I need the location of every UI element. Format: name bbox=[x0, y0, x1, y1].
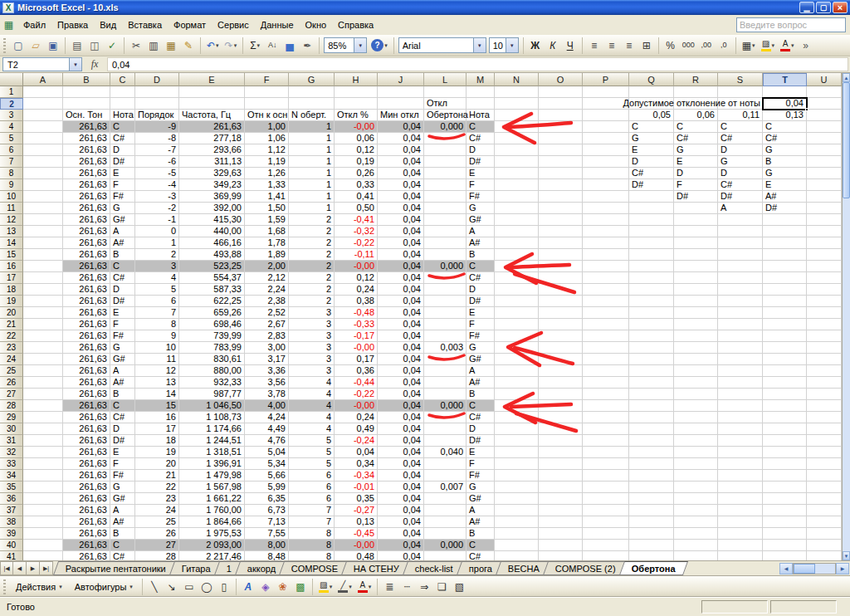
cell-M40[interactable]: C bbox=[467, 540, 495, 551]
cell-S38[interactable] bbox=[718, 516, 763, 528]
cell-O30[interactable] bbox=[539, 423, 583, 435]
cell-N25[interactable] bbox=[495, 365, 539, 377]
cell-C18[interactable]: D bbox=[110, 284, 135, 296]
cell-U21[interactable] bbox=[807, 319, 842, 330]
cell-D25[interactable]: 12 bbox=[135, 365, 179, 377]
cell-E7[interactable]: 311,13 bbox=[179, 156, 245, 168]
cell-J2[interactable] bbox=[378, 98, 424, 110]
cell-L38[interactable] bbox=[424, 516, 467, 528]
cell-F38[interactable]: 7,13 bbox=[245, 516, 289, 528]
cell-R38[interactable] bbox=[674, 516, 718, 528]
cell-R1[interactable] bbox=[674, 86, 718, 98]
cell-R25[interactable] bbox=[674, 365, 718, 377]
cell-G2[interactable] bbox=[289, 98, 335, 110]
cell-N7[interactable] bbox=[495, 156, 539, 168]
cell-M29[interactable]: C# bbox=[467, 412, 495, 423]
cell-U26[interactable] bbox=[807, 377, 842, 389]
bold-button[interactable]: Ж bbox=[527, 37, 544, 54]
cell-F35[interactable]: 5,99 bbox=[245, 482, 289, 493]
cell-T9[interactable]: E bbox=[763, 179, 807, 191]
cell-N32[interactable] bbox=[495, 447, 539, 458]
cell-H27[interactable]: -0,22 bbox=[335, 389, 378, 400]
cell-G13[interactable]: 2 bbox=[289, 226, 335, 237]
cell-H6[interactable]: 0,12 bbox=[335, 144, 378, 156]
cell-M28[interactable]: C bbox=[467, 400, 495, 412]
cell-E8[interactable]: 329,63 bbox=[179, 168, 245, 179]
cell-Q27[interactable] bbox=[629, 389, 674, 400]
cell-U31[interactable] bbox=[807, 435, 842, 447]
cell-A7[interactable] bbox=[23, 156, 63, 168]
cell-U12[interactable] bbox=[807, 214, 842, 226]
cell-B39[interactable]: 261,63 bbox=[63, 528, 110, 540]
row-header-3[interactable]: 3 bbox=[0, 110, 23, 121]
cell-L21[interactable] bbox=[424, 319, 467, 330]
cell-M32[interactable]: E bbox=[467, 447, 495, 458]
cell-T38[interactable] bbox=[763, 516, 807, 528]
column-header-N[interactable]: N bbox=[495, 73, 539, 86]
cell-S12[interactable] bbox=[718, 214, 763, 226]
cell-J17[interactable]: 0,04 bbox=[378, 272, 424, 284]
cell-F37[interactable]: 6,73 bbox=[245, 505, 289, 516]
cell-D5[interactable]: -8 bbox=[135, 133, 179, 144]
column-header-C[interactable]: C bbox=[110, 73, 135, 86]
cell-B10[interactable]: 261,63 bbox=[63, 191, 110, 203]
print-icon[interactable]: ▤ bbox=[69, 37, 85, 54]
cell-T21[interactable] bbox=[763, 319, 807, 330]
decrease-decimal-icon[interactable]: ,0 bbox=[716, 37, 732, 54]
cell-M10[interactable]: F# bbox=[467, 191, 495, 203]
cell-Q23[interactable] bbox=[629, 342, 674, 354]
cell-R30[interactable] bbox=[674, 423, 718, 435]
cell-H29[interactable]: 0,24 bbox=[335, 412, 378, 423]
cell-S37[interactable] bbox=[718, 505, 763, 516]
cell-D24[interactable]: 11 bbox=[135, 354, 179, 365]
cell-O28[interactable] bbox=[539, 400, 583, 412]
row-header-33[interactable]: 33 bbox=[0, 458, 23, 470]
cell-G4[interactable]: 1 bbox=[289, 121, 335, 133]
row-header-22[interactable]: 22 bbox=[0, 330, 23, 342]
cell-C28[interactable]: C bbox=[110, 400, 135, 412]
cell-R8[interactable]: D bbox=[674, 168, 718, 179]
cell-B24[interactable]: 261,63 bbox=[63, 354, 110, 365]
cell-O13[interactable] bbox=[539, 226, 583, 237]
cell-N35[interactable] bbox=[495, 482, 539, 493]
cell-L24[interactable] bbox=[424, 354, 467, 365]
cell-G33[interactable]: 5 bbox=[289, 458, 335, 470]
cell-F28[interactable]: 4,00 bbox=[245, 400, 289, 412]
cell-U33[interactable] bbox=[807, 458, 842, 470]
cell-O21[interactable] bbox=[539, 319, 583, 330]
cell-M8[interactable]: E bbox=[467, 168, 495, 179]
cell-S32[interactable] bbox=[718, 447, 763, 458]
cell-E13[interactable]: 440,00 bbox=[179, 226, 245, 237]
cell-F19[interactable]: 2,38 bbox=[245, 296, 289, 307]
minimize-button[interactable]: ▁ bbox=[799, 2, 814, 13]
cell-Q40[interactable] bbox=[629, 540, 674, 551]
cell-D8[interactable]: -5 bbox=[135, 168, 179, 179]
menu-file[interactable]: Файл bbox=[17, 17, 51, 33]
cell-J13[interactable]: 0,04 bbox=[378, 226, 424, 237]
cell-T40[interactable] bbox=[763, 540, 807, 551]
spelling-icon[interactable]: ✓ bbox=[104, 37, 120, 54]
cell-U19[interactable] bbox=[807, 296, 842, 307]
cell-B21[interactable]: 261,63 bbox=[63, 319, 110, 330]
cell-A4[interactable] bbox=[23, 121, 63, 133]
cell-Q24[interactable] bbox=[629, 354, 674, 365]
cell-L28[interactable]: 0,000 bbox=[424, 400, 467, 412]
cell-T23[interactable] bbox=[763, 342, 807, 354]
column-header-S[interactable]: S bbox=[718, 73, 763, 86]
cell-Q11[interactable] bbox=[629, 203, 674, 214]
cell-J28[interactable]: 0,04 bbox=[378, 400, 424, 412]
cell-H40[interactable]: -0,00 bbox=[335, 540, 378, 551]
cell-S5[interactable]: C# bbox=[718, 133, 763, 144]
cell-D38[interactable]: 25 bbox=[135, 516, 179, 528]
cell-D35[interactable]: 22 bbox=[135, 482, 179, 493]
column-header-R[interactable]: R bbox=[674, 73, 718, 86]
cell-H22[interactable]: -0,17 bbox=[335, 330, 378, 342]
cell-U4[interactable] bbox=[807, 121, 842, 133]
cell-E15[interactable]: 493,88 bbox=[179, 249, 245, 261]
cell-Q8[interactable]: C# bbox=[629, 168, 674, 179]
scroll-left-button[interactable]: ◀ bbox=[779, 563, 793, 574]
cell-T35[interactable] bbox=[763, 482, 807, 493]
cell-A37[interactable] bbox=[23, 505, 63, 516]
cell-B3[interactable]: Осн. Тон bbox=[63, 110, 110, 121]
cell-U15[interactable] bbox=[807, 249, 842, 261]
